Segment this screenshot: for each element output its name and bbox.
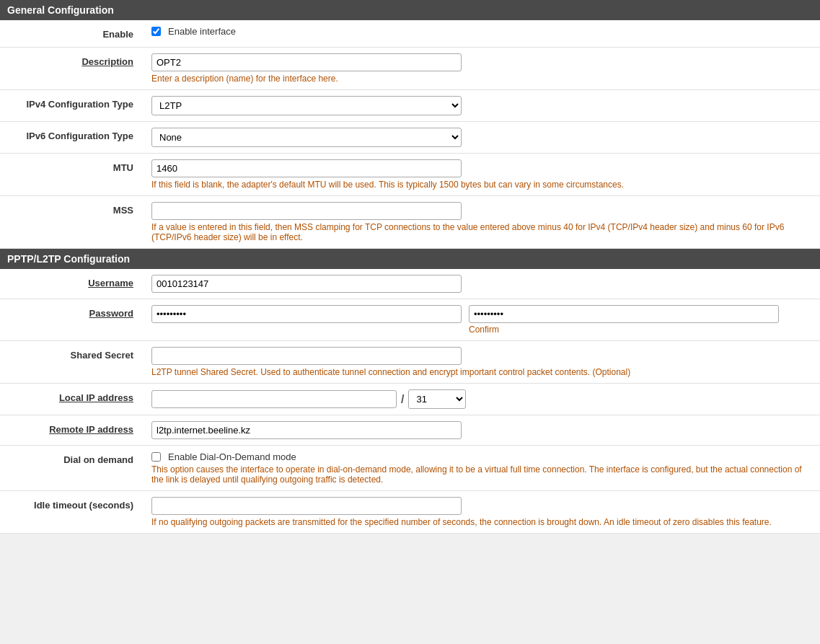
- password-link[interactable]: Password: [89, 308, 133, 319]
- dial-on-demand-value-cell: Enable Dial-On-Demand mode This option c…: [144, 446, 820, 491]
- enable-checkbox[interactable]: [151, 27, 161, 36]
- password-label: Password: [0, 299, 144, 341]
- enable-inline: Enable interface: [151, 26, 813, 37]
- username-link[interactable]: Username: [88, 278, 133, 288]
- dial-on-demand-help: This option causes the interface to oper…: [151, 464, 813, 485]
- idle-timeout-row: Idle timeout (seconds) If no qualifying …: [0, 491, 820, 534]
- general-config-section: General Configuration Enable Enable inte…: [0, 0, 820, 249]
- ipv6-config-row: IPv6 Configuration Type None Static DHCP…: [0, 122, 820, 154]
- description-link[interactable]: Description: [81, 56, 133, 67]
- dial-on-demand-label: Dial on demand: [0, 446, 144, 491]
- description-value-cell: Enter a description (name) for the inter…: [144, 48, 820, 90]
- remote-ip-input[interactable]: [151, 421, 462, 439]
- mss-label: MSS: [0, 196, 144, 249]
- local-ip-inline: / 24 25 26 27 28 29 30 31 32: [151, 389, 813, 409]
- mss-row: MSS If a value is entered in this field,…: [0, 196, 820, 249]
- password-value-cell: Confirm: [144, 299, 820, 341]
- confirm-password-input[interactable]: [469, 305, 779, 323]
- description-input[interactable]: [151, 53, 462, 71]
- shared-secret-row: Shared Secret L2TP tunnel Shared Secret.…: [0, 341, 820, 384]
- ipv4-config-select[interactable]: None Static DHCP PPPoE L2TP PPTP 6RD: [151, 96, 462, 115]
- shared-secret-value-cell: L2TP tunnel Shared Secret. Used to authe…: [144, 341, 820, 384]
- mtu-value-cell: If this field is blank, the adapter's de…: [144, 154, 820, 196]
- username-row: Username: [0, 269, 820, 299]
- dial-on-demand-checkbox-label: Enable Dial-On-Demand mode: [168, 451, 296, 462]
- dial-on-demand-row: Dial on demand Enable Dial-On-Demand mod…: [0, 446, 820, 491]
- local-ip-label: Local IP address: [0, 384, 144, 415]
- confirm-block: Confirm: [469, 305, 779, 335]
- pptp-l2tp-section: PPTP/L2TP Configuration Username Passwor…: [0, 249, 820, 534]
- idle-timeout-value-cell: If no qualifying outgoing packets are tr…: [144, 491, 820, 534]
- description-row: Description Enter a description (name) f…: [0, 48, 820, 90]
- local-ip-value-cell: / 24 25 26 27 28 29 30 31 32: [144, 384, 820, 415]
- local-ip-row: Local IP address / 24 25 26 27 28 29 30 …: [0, 384, 820, 415]
- idle-timeout-help: If no qualifying outgoing packets are tr…: [151, 517, 813, 527]
- description-help: Enter a description (name) for the inter…: [151, 74, 813, 84]
- idle-timeout-input[interactable]: [151, 497, 462, 515]
- mtu-help: If this field is blank, the adapter's de…: [151, 180, 813, 190]
- ipv6-config-value-cell: None Static DHCPv6 SLAAC 6RD 6to4 Track …: [144, 122, 820, 154]
- ipv4-config-value-cell: None Static DHCP PPPoE L2TP PPTP 6RD: [144, 90, 820, 122]
- mss-value-cell: If a value is entered in this field, the…: [144, 196, 820, 249]
- pptp-l2tp-table: Username Password Confirm Shared Secret: [0, 269, 820, 534]
- shared-secret-help: L2TP tunnel Shared Secret. Used to authe…: [151, 367, 813, 377]
- username-input[interactable]: [151, 275, 462, 293]
- general-config-table: Enable Enable interface Description Ente…: [0, 20, 820, 249]
- remote-ip-row: Remote IP address: [0, 415, 820, 446]
- ipv4-config-row: IPv4 Configuration Type None Static DHCP…: [0, 90, 820, 122]
- mss-input[interactable]: [151, 202, 462, 220]
- mss-help: If a value is entered in this field, the…: [151, 222, 813, 242]
- remote-ip-label: Remote IP address: [0, 415, 144, 446]
- dial-on-demand-inline: Enable Dial-On-Demand mode: [151, 451, 813, 462]
- enable-label: Enable: [0, 20, 144, 48]
- idle-timeout-label: Idle timeout (seconds): [0, 491, 144, 534]
- password-input[interactable]: [151, 305, 462, 323]
- ipv6-config-select[interactable]: None Static DHCPv6 SLAAC 6RD 6to4 Track …: [151, 128, 462, 147]
- mtu-label: MTU: [0, 154, 144, 196]
- password-pair: Confirm: [151, 305, 813, 335]
- subnet-select[interactable]: 24 25 26 27 28 29 30 31 32: [408, 389, 466, 409]
- username-label: Username: [0, 269, 144, 299]
- ipv4-config-label: IPv4 Configuration Type: [0, 90, 144, 122]
- pptp-l2tp-header: PPTP/L2TP Configuration: [0, 249, 820, 269]
- mtu-row: MTU If this field is blank, the adapter'…: [0, 154, 820, 196]
- general-config-header: General Configuration: [0, 0, 820, 20]
- enable-value-cell: Enable interface: [144, 20, 820, 48]
- remote-ip-link[interactable]: Remote IP address: [49, 424, 133, 435]
- password-row: Password Confirm: [0, 299, 820, 341]
- local-ip-link[interactable]: Local IP address: [59, 392, 133, 403]
- mtu-input[interactable]: [151, 159, 462, 177]
- confirm-label: Confirm: [469, 325, 779, 335]
- dial-on-demand-checkbox[interactable]: [151, 452, 161, 462]
- username-value-cell: [144, 269, 820, 299]
- remote-ip-value-cell: [144, 415, 820, 446]
- slash-separator: /: [401, 393, 404, 406]
- ipv6-config-label: IPv6 Configuration Type: [0, 122, 144, 154]
- shared-secret-label: Shared Secret: [0, 341, 144, 384]
- shared-secret-input[interactable]: [151, 347, 462, 365]
- enable-interface-label: Enable interface: [168, 26, 236, 37]
- description-label: Description: [0, 48, 144, 90]
- enable-row: Enable Enable interface: [0, 20, 820, 48]
- local-ip-input[interactable]: [151, 390, 397, 408]
